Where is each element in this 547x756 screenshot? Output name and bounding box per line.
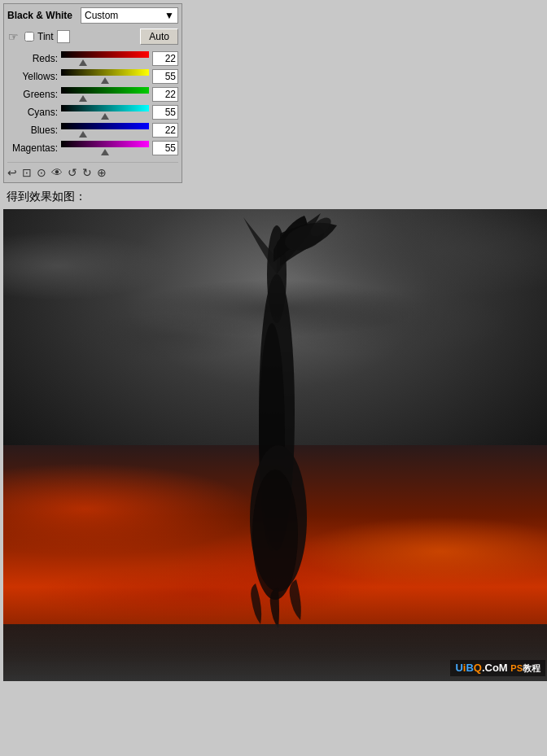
greens-track	[61, 87, 149, 94]
yellows-label: Yellows:	[7, 71, 58, 82]
dropdown-value: Custom	[85, 10, 118, 21]
magentas-row: Magentas:	[7, 141, 178, 155]
reds-track	[61, 51, 149, 58]
watermark: UiBQ.CoM PS教程	[450, 660, 545, 676]
result-image: UiBQ.CoM PS教程	[3, 209, 547, 681]
panel-title: Black & White	[7, 10, 72, 21]
yellows-value[interactable]	[152, 69, 178, 84]
history-back-icon[interactable]: ↩	[7, 166, 17, 179]
tint-label-text: Tint	[37, 31, 54, 42]
watermark-b: B	[466, 662, 473, 674]
dropdown-arrow-icon: ▼	[164, 10, 174, 21]
yellows-slider[interactable]	[61, 69, 149, 84]
reds-row: Reds:	[7, 51, 178, 66]
preset-dropdown[interactable]: Custom ▼	[81, 7, 178, 24]
watermark-com: .CoM	[482, 662, 508, 674]
cyans-thumb[interactable]	[101, 113, 109, 120]
reds-label: Reds:	[7, 53, 58, 64]
caption-text: 得到效果如图：	[7, 190, 540, 204]
tint-control: Tint	[24, 30, 70, 43]
panel-footer: ↩ ⊡ ⊙ 👁 ↺ ↻ ⊕	[7, 162, 178, 179]
magentas-value[interactable]	[152, 141, 178, 155]
eye-icon[interactable]: 👁	[51, 166, 63, 179]
blues-value[interactable]	[152, 123, 178, 138]
snapshot-icon[interactable]: ⊡	[22, 166, 32, 179]
magentas-slider[interactable]	[61, 141, 149, 155]
bw-panel: Black & White Custom ▼ ☞ Tint Auto Reds:	[3, 3, 182, 183]
blues-thumb[interactable]	[79, 131, 87, 138]
magentas-thumb[interactable]	[101, 149, 109, 155]
finger-tool-icon[interactable]: ☞	[7, 29, 20, 44]
yellows-thumb[interactable]	[101, 77, 109, 84]
visibility-icon[interactable]: ⊙	[37, 166, 46, 179]
greens-row: Greens:	[7, 87, 178, 102]
reds-slider[interactable]	[61, 51, 149, 66]
magentas-label: Magentas:	[7, 142, 58, 154]
watermark-tutorial: 教程	[523, 663, 540, 673]
panel-tools: ☞ Tint Auto	[7, 28, 178, 45]
blues-slider[interactable]	[61, 123, 149, 138]
blues-track	[61, 123, 149, 129]
panel-header: Black & White Custom ▼	[7, 7, 178, 24]
blues-row: Blues:	[7, 123, 178, 138]
blues-label: Blues:	[7, 125, 58, 136]
rotate-right-icon[interactable]: ↻	[82, 166, 92, 179]
yellows-row: Yellows:	[7, 69, 178, 84]
watermark-q: Q	[474, 662, 482, 674]
page-content: Black & White Custom ▼ ☞ Tint Auto Reds:	[0, 0, 547, 684]
auto-button[interactable]: Auto	[140, 28, 178, 45]
greens-slider[interactable]	[61, 87, 149, 102]
reds-thumb[interactable]	[79, 59, 87, 66]
cyans-slider[interactable]	[61, 105, 149, 120]
greens-label: Greens:	[7, 89, 58, 100]
greens-thumb[interactable]	[79, 95, 87, 102]
watermark-ps: PS	[510, 663, 523, 673]
magentas-track	[61, 141, 149, 147]
sliders-container: Reds: Yellows: Greens:	[7, 51, 178, 155]
rotate-left-icon[interactable]: ↺	[68, 166, 77, 179]
reds-value[interactable]	[152, 51, 178, 66]
tint-checkbox[interactable]	[24, 32, 34, 42]
yellows-track	[61, 69, 149, 76]
tint-color-swatch[interactable]	[57, 30, 70, 43]
cyans-label: Cyans:	[7, 107, 58, 118]
add-icon[interactable]: ⊕	[97, 166, 107, 179]
watermark-u: U	[455, 662, 462, 674]
greens-value[interactable]	[152, 87, 178, 102]
cyans-track	[61, 105, 149, 111]
image-canvas: UiBQ.CoM PS教程	[3, 209, 547, 681]
cyans-value[interactable]	[152, 105, 178, 120]
cyans-row: Cyans:	[7, 105, 178, 120]
